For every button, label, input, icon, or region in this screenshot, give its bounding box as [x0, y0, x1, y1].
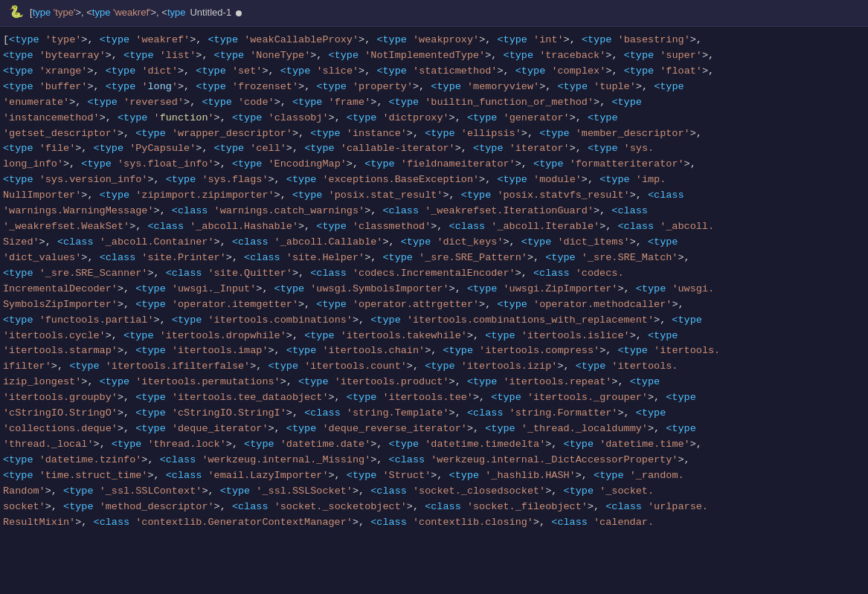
unsaved-dot — [236, 10, 242, 16]
title-bar-icon: 🐍 — [9, 4, 24, 22]
title-bar-text: [type 'type'>, <type 'weakref'>, <type — [30, 5, 185, 20]
title-bar: 🐍 [type 'type'>, <type 'weakref'>, <type… — [0, 0, 868, 27]
code-area: [<type 'type'>, <type 'weakref'>, <type … — [0, 27, 868, 537]
title-bar-filename: Untitled-1 — [190, 5, 231, 20]
